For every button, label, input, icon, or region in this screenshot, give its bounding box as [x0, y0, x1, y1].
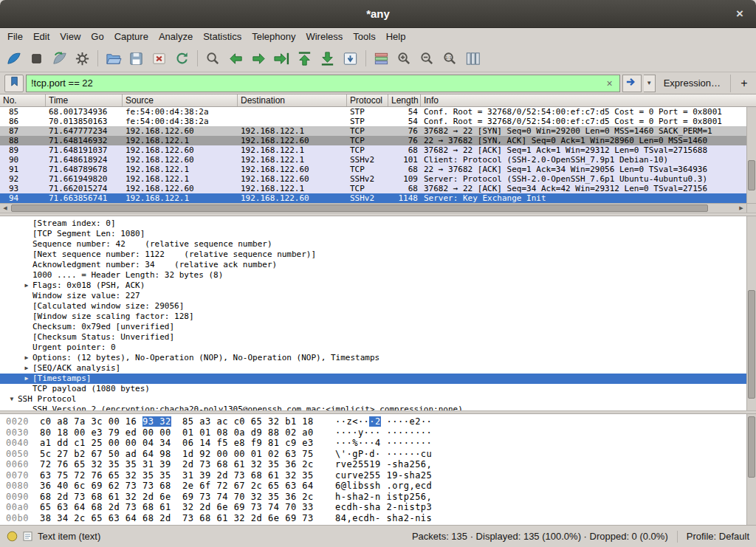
detail-line[interactable]: [Calculated window size: 29056] — [0, 301, 746, 312]
menu-item-wireless[interactable]: Wireless — [300, 29, 348, 44]
display-filter-input[interactable]: !tcp.port == 22 × — [26, 75, 620, 92]
menu-item-file[interactable]: File — [2, 29, 28, 44]
hex-row[interactable]: 0020c0 a8 7a 3c 00 16 93 32 85 a3 ac c0 … — [6, 416, 746, 427]
scrollbar-thumb[interactable] — [748, 416, 755, 478]
detail-line[interactable]: Checksum: 0x79ed [unverified] — [0, 322, 746, 332]
hex-row[interactable]: 009068 2d 73 68 61 32 2d 6e 69 73 74 70 … — [6, 492, 746, 503]
packet-row[interactable]: 8670.013850163fe:54:00:d4:38:2aSTP54Conf… — [0, 117, 746, 126]
find-packet-button[interactable] — [202, 48, 224, 69]
filter-bookmark-button[interactable] — [4, 75, 24, 92]
open-file-button[interactable] — [102, 48, 125, 69]
detail-line[interactable]: TCP payload (1080 bytes) — [0, 384, 746, 394]
collapse-icon[interactable]: ▼ — [6, 394, 18, 405]
profile-label[interactable]: Profile: Default — [687, 531, 749, 542]
detail-line[interactable]: Window size value: 227 — [0, 291, 746, 301]
close-file-button[interactable] — [148, 48, 171, 69]
detail-line[interactable]: Sequence number: 42 (relative sequence n… — [0, 239, 746, 250]
menu-item-help[interactable]: Help — [381, 29, 411, 44]
packet-row[interactable]: 8871.648146932192.168.122.1192.168.122.6… — [0, 136, 746, 145]
hscroll-thumb[interactable] — [11, 204, 708, 212]
packet-row[interactable]: 9371.662015274192.168.122.60192.168.122.… — [0, 184, 746, 193]
menu-item-statistics[interactable]: Statistics — [198, 29, 247, 44]
filter-apply-button[interactable] — [622, 75, 642, 92]
detail-line[interactable]: 1000 .... = Header Length: 32 bytes (8) — [0, 270, 746, 281]
go-back-button[interactable] — [224, 48, 247, 69]
scroll-left-icon[interactable]: ◀ — [0, 204, 10, 213]
detail-line[interactable]: Urgent pointer: 0 — [0, 343, 746, 353]
expand-icon[interactable]: ▶ — [21, 363, 32, 374]
stop-capture-button[interactable] — [25, 48, 48, 69]
close-button[interactable]: × — [732, 7, 747, 21]
hex-row[interactable]: 008036 40 6c 69 62 73 73 68 2e 6f 72 67 … — [6, 481, 746, 492]
packet-row[interactable]: 9071.648618924192.168.122.60192.168.122.… — [0, 155, 746, 165]
scrollbar-thumb[interactable] — [748, 160, 755, 191]
detail-scrollbar[interactable] — [746, 216, 756, 410]
hex-row[interactable]: 0040a1 dd c1 25 00 00 04 34 06 14 f5 e8 … — [6, 438, 746, 449]
zoom-out-button[interactable] — [416, 48, 439, 69]
detail-line[interactable]: ▶[Timestamps] — [0, 374, 746, 384]
packet-row[interactable]: 8771.647777234192.168.122.60192.168.122.… — [0, 126, 746, 136]
hex-scrollbar[interactable] — [746, 414, 756, 525]
go-last-button[interactable] — [316, 48, 339, 69]
save-file-button[interactable] — [125, 48, 148, 69]
column-header-no[interactable]: No. — [0, 94, 46, 106]
detail-line[interactable]: Acknowledgment number: 34 (relative ack … — [0, 260, 746, 270]
packet-row[interactable]: 8971.648191037192.168.122.60192.168.122.… — [0, 145, 746, 155]
column-header-time[interactable]: Time — [46, 94, 123, 106]
column-header-source[interactable]: Source — [123, 94, 238, 106]
resize-columns-button[interactable] — [461, 48, 484, 69]
filter-clear-icon[interactable]: × — [605, 78, 615, 89]
add-filter-button[interactable]: + — [737, 75, 752, 92]
detail-line[interactable]: [Next sequence number: 1122 (relative se… — [0, 250, 746, 260]
menu-item-analyze[interactable]: Analyze — [154, 29, 198, 44]
packet-row[interactable]: 9271.661949820192.168.122.1192.168.122.6… — [0, 174, 746, 184]
colorize-button[interactable] — [370, 48, 393, 69]
hex-row[interactable]: 007063 75 72 76 65 32 35 35 31 39 2d 73 … — [6, 470, 746, 481]
zoom-normal-button[interactable]: 1:1 — [439, 48, 461, 69]
restart-capture-button[interactable] — [48, 48, 71, 69]
detail-line[interactable]: ▼SSH Protocol — [0, 394, 746, 405]
hscroll-track[interactable] — [10, 204, 736, 213]
capture-comment-icon[interactable] — [22, 531, 33, 542]
expert-info-icon[interactable] — [7, 531, 18, 542]
column-header-destination[interactable]: Destination — [238, 94, 347, 106]
detail-line[interactable]: ▶[SEQ/ACK analysis] — [0, 363, 746, 374]
scroll-right-icon[interactable]: ▶ — [736, 204, 746, 213]
packet-row[interactable]: 9171.648789678192.168.122.1192.168.122.6… — [0, 165, 746, 174]
menu-item-go[interactable]: Go — [86, 29, 109, 44]
expand-icon[interactable]: ▶ — [21, 281, 32, 291]
hex-row[interactable]: 00a065 63 64 68 2d 73 68 61 32 2d 6e 69 … — [6, 502, 746, 513]
menu-item-tools[interactable]: Tools — [348, 29, 380, 44]
capture-options-button[interactable] — [71, 48, 94, 69]
column-header-protocol[interactable]: Protocol — [347, 94, 388, 106]
hex-row[interactable]: 00505c 27 b2 67 50 ad 64 98 1d 92 00 00 … — [6, 449, 746, 460]
expression-button[interactable]: Expression… — [658, 78, 726, 89]
detail-line[interactable]: SSH Version 2 (encryption:chacha20-poly1… — [0, 405, 746, 410]
start-capture-button[interactable] — [2, 48, 25, 69]
zoom-in-button[interactable] — [393, 48, 416, 69]
scrollbar-thumb[interactable] — [748, 290, 755, 399]
expand-icon[interactable]: ▶ — [21, 353, 32, 363]
filter-dropdown-icon[interactable]: ▼ — [644, 75, 656, 92]
packet-row[interactable]: 8568.001734936fe:54:00:d4:38:2aSTP54Conf… — [0, 107, 746, 117]
go-first-button[interactable] — [293, 48, 316, 69]
packet-row[interactable]: 9471.663856741192.168.122.1192.168.122.6… — [0, 193, 746, 203]
column-header-info[interactable]: Info — [421, 94, 756, 106]
packet-list-hscrollbar[interactable]: ◀ ▶ — [0, 203, 756, 213]
menu-item-view[interactable]: View — [55, 29, 86, 44]
expand-icon[interactable]: ▶ — [21, 374, 32, 384]
hex-row[interactable]: 006072 76 65 32 35 35 31 39 2d 73 68 61 … — [6, 459, 746, 470]
detail-line[interactable]: [Window size scaling factor: 128] — [0, 312, 746, 322]
menu-item-telephony[interactable]: Telephony — [247, 29, 300, 44]
column-header-length[interactable]: Length — [388, 94, 421, 106]
hex-row[interactable]: 00b038 34 2c 65 63 64 68 2d 73 68 61 32 … — [6, 513, 746, 524]
menu-item-edit[interactable]: Edit — [28, 29, 55, 44]
packet-list-scrollbar[interactable] — [746, 107, 756, 203]
menu-item-capture[interactable]: Capture — [109, 29, 154, 44]
detail-line[interactable]: ▶Flags: 0x018 (PSH, ACK) — [0, 281, 746, 291]
detail-line[interactable]: [TCP Segment Len: 1080] — [0, 229, 746, 239]
detail-line[interactable]: [Stream index: 0] — [0, 219, 746, 229]
detail-line[interactable]: [Checksum Status: Unverified] — [0, 332, 746, 343]
go-forward-button[interactable] — [247, 48, 270, 69]
title-bar[interactable]: *any × — [0, 0, 756, 28]
